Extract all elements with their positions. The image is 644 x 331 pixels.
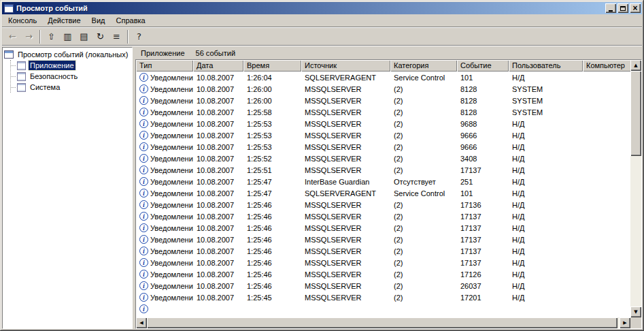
column-header-3[interactable]: Источник xyxy=(301,60,390,72)
cell-2: 1:25:53 xyxy=(243,118,301,129)
cell-5: 251 xyxy=(457,176,509,187)
event-row[interactable] xyxy=(136,303,630,315)
cell-5: 8128 xyxy=(457,106,509,118)
menu-help[interactable]: Справка xyxy=(111,15,151,26)
information-event-icon xyxy=(139,200,148,209)
cell-7 xyxy=(583,210,630,222)
menu-view[interactable]: Вид xyxy=(86,15,111,26)
event-row[interactable]: Уведомление10.08.20071:25:47InterBase Gu… xyxy=(136,176,630,187)
scroll-down-button[interactable]: ▼ xyxy=(630,306,641,317)
maximize-button[interactable] xyxy=(617,3,628,13)
cell-6: Н/Д xyxy=(509,199,583,210)
cell-2: 1:25:53 xyxy=(243,129,301,141)
column-header-4[interactable]: Категория xyxy=(390,60,457,72)
scroll-up-button[interactable]: ▲ xyxy=(630,60,641,71)
event-row[interactable]: Уведомление10.08.20071:25:51MSSQLSERVER(… xyxy=(136,164,630,176)
column-header-7[interactable]: Компьютер xyxy=(583,60,630,72)
column-header-0[interactable]: Тип xyxy=(136,60,193,72)
event-row[interactable]: Уведомление10.08.20071:25:46MSSQLSERVER(… xyxy=(136,222,630,234)
cell-2: 1:25:46 xyxy=(243,199,301,210)
refresh-button[interactable]: ↻ xyxy=(92,29,108,44)
properties-icon: ▤ xyxy=(80,31,88,42)
cell-3: MSSQLSERVER xyxy=(301,199,390,210)
show-hide-console-tree-button[interactable]: ▥ xyxy=(60,29,75,44)
scroll-right-button[interactable]: ▶ xyxy=(620,317,630,328)
back-button[interactable]: ← xyxy=(5,29,20,44)
cell-6: Н/Д xyxy=(509,72,583,83)
column-header-6[interactable]: Пользователь xyxy=(509,60,583,72)
horizontal-scroll-thumb[interactable] xyxy=(147,317,617,328)
cell-5: 17137 xyxy=(457,222,509,234)
event-row[interactable]: Уведомление10.08.20071:26:00MSSQLSERVER(… xyxy=(136,95,630,106)
help-icon: ? xyxy=(137,31,141,42)
help-button[interactable]: ? xyxy=(131,29,147,44)
cell-5: 3408 xyxy=(457,153,509,164)
cell-3: MSSQLSERVER xyxy=(301,222,390,234)
cell-5: 8128 xyxy=(457,95,509,106)
tree-root-item[interactable]: Просмотр событий (локальных) xyxy=(4,49,132,60)
horizontal-scrollbar[interactable]: ◀ ▶ xyxy=(136,317,630,328)
export-list-icon: ≡ xyxy=(113,31,120,42)
cell-3: MSSQLSERVER xyxy=(301,118,390,129)
cell-6 xyxy=(509,303,583,315)
close-icon: × xyxy=(632,5,637,12)
export-list-button[interactable]: ≡ xyxy=(109,29,124,44)
event-row[interactable]: Уведомление10.08.20071:25:53MSSQLSERVER(… xyxy=(136,118,630,129)
vertical-scroll-thumb[interactable] xyxy=(630,71,641,156)
cell-7 xyxy=(583,257,630,268)
information-event-icon xyxy=(139,293,148,302)
event-row[interactable]: Уведомление10.08.20071:25:46MSSQLSERVER(… xyxy=(136,268,630,280)
minimize-icon xyxy=(609,10,613,12)
event-row[interactable]: Уведомление10.08.20071:25:45MSSQLSERVER(… xyxy=(136,291,630,303)
tree-item-0[interactable]: Приложение xyxy=(11,60,132,71)
scroll-left-button[interactable]: ◀ xyxy=(136,317,147,328)
cell-5: 17137 xyxy=(457,234,509,245)
event-type-label: Уведомление xyxy=(150,178,193,186)
cell-1: 10.08.2007 xyxy=(193,129,243,141)
event-row[interactable]: Уведомление10.08.20071:25:53MSSQLSERVER(… xyxy=(136,141,630,153)
tree-root-label: Просмотр событий (локальных) xyxy=(16,50,129,59)
minimize-button[interactable] xyxy=(605,3,616,13)
cell-3: SQLSERVERAGENT xyxy=(301,72,390,83)
event-row[interactable]: Уведомление10.08.20071:25:46MSSQLSERVER(… xyxy=(136,210,630,222)
cell-0: Уведомление xyxy=(136,234,193,245)
menu-action[interactable]: Действие xyxy=(42,15,86,26)
cell-3: MSSQLSERVER xyxy=(301,291,390,303)
close-button[interactable]: × xyxy=(630,3,641,13)
toolbar-separator xyxy=(127,30,129,44)
result-pane: Приложение 56 событий ТипДатаВремяИсточн… xyxy=(135,47,642,329)
tree-item-2[interactable]: Система xyxy=(11,82,132,93)
event-row[interactable]: Уведомление10.08.20071:26:00MSSQLSERVER(… xyxy=(136,83,630,95)
event-row[interactable]: Уведомление10.08.20071:26:04SQLSERVERAGE… xyxy=(136,72,630,83)
event-row[interactable]: Уведомление10.08.20071:25:46MSSQLSERVER(… xyxy=(136,234,630,245)
event-row[interactable]: Уведомление10.08.20071:25:52MSSQLSERVER(… xyxy=(136,153,630,164)
menu-console[interactable]: Консоль xyxy=(3,15,42,26)
cell-3: MSSQLSERVER xyxy=(301,164,390,176)
cell-2: 1:25:46 xyxy=(243,245,301,257)
cell-2: 1:26:00 xyxy=(243,83,301,95)
up-one-level-button[interactable]: ⇧ xyxy=(44,29,59,44)
event-row[interactable]: Уведомление10.08.20071:25:46MSSQLSERVER(… xyxy=(136,257,630,268)
event-row[interactable]: Уведомление10.08.20071:25:46MSSQLSERVER(… xyxy=(136,245,630,257)
cell-0: Уведомление xyxy=(136,164,193,176)
tree-item-1[interactable]: Безопасность xyxy=(11,71,132,82)
titlebar[interactable]: Просмотр событий × xyxy=(2,2,642,14)
forward-button[interactable]: → xyxy=(21,29,37,44)
cell-7 xyxy=(583,280,630,291)
cell-3: MSSQLSERVER xyxy=(301,280,390,291)
event-row[interactable]: Уведомление10.08.20071:25:58MSSQLSERVER(… xyxy=(136,106,630,118)
vertical-scrollbar[interactable]: ▲ ▼ xyxy=(630,60,641,317)
cell-4: (2) xyxy=(390,291,457,303)
cell-0: Уведомление xyxy=(136,176,193,187)
column-header-5[interactable]: Событие xyxy=(457,60,509,72)
event-row[interactable]: Уведомление10.08.20071:25:46MSSQLSERVER(… xyxy=(136,280,630,291)
event-row[interactable]: Уведомление10.08.20071:25:46MSSQLSERVER(… xyxy=(136,199,630,210)
cell-1: 10.08.2007 xyxy=(193,268,243,280)
event-row[interactable]: Уведомление10.08.20071:25:53MSSQLSERVER(… xyxy=(136,129,630,141)
column-header-2[interactable]: Время xyxy=(243,60,301,72)
properties-button[interactable]: ▤ xyxy=(76,29,92,44)
column-header-1[interactable]: Дата xyxy=(193,60,243,72)
event-row[interactable]: Уведомление10.08.20071:25:47SQLSERVERAGE… xyxy=(136,187,630,199)
event-type-label: Уведомление xyxy=(150,189,193,198)
cell-1: 10.08.2007 xyxy=(193,153,243,164)
